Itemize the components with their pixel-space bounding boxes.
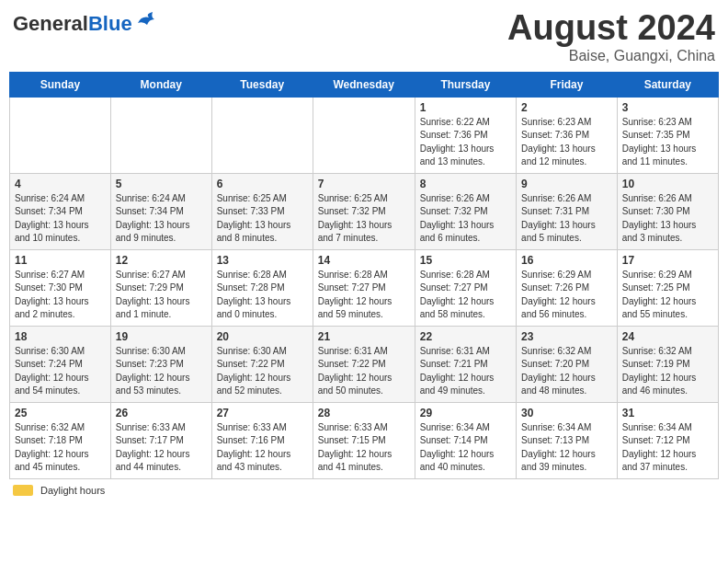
day-info: Sunrise: 6:25 AM Sunset: 7:32 PM Dayligh… <box>318 192 410 246</box>
calendar-cell: 22Sunrise: 6:31 AM Sunset: 7:21 PM Dayli… <box>415 326 516 402</box>
calendar-cell: 28Sunrise: 6:33 AM Sunset: 7:15 PM Dayli… <box>313 402 415 478</box>
day-info: Sunrise: 6:32 AM Sunset: 7:19 PM Dayligh… <box>622 345 713 398</box>
day-number: 11 <box>15 254 106 267</box>
day-info: Sunrise: 6:29 AM Sunset: 7:26 PM Dayligh… <box>521 269 612 322</box>
day-number: 3 <box>622 101 713 114</box>
day-number: 8 <box>420 178 511 190</box>
weekday-header-wednesday: Wednesday <box>313 72 415 97</box>
day-number: 4 <box>15 178 106 190</box>
day-number: 24 <box>622 330 713 343</box>
day-info: Sunrise: 6:26 AM Sunset: 7:30 PM Dayligh… <box>622 192 713 246</box>
day-info: Sunrise: 6:23 AM Sunset: 7:35 PM Dayligh… <box>622 116 713 169</box>
day-number: 28 <box>318 407 410 419</box>
day-number: 5 <box>116 178 207 190</box>
day-info: Sunrise: 6:23 AM Sunset: 7:36 PM Dayligh… <box>521 116 612 169</box>
day-number: 14 <box>318 254 410 267</box>
calendar-cell <box>211 97 313 173</box>
day-info: Sunrise: 6:26 AM Sunset: 7:32 PM Dayligh… <box>420 192 511 246</box>
day-info: Sunrise: 6:30 AM Sunset: 7:23 PM Dayligh… <box>116 345 207 398</box>
calendar-header: SundayMondayTuesdayWednesdayThursdayFrid… <box>10 72 719 97</box>
title-block: August 2024 Baise, Guangxi, China <box>507 9 715 64</box>
calendar-cell: 2Sunrise: 6:23 AM Sunset: 7:36 PM Daylig… <box>517 97 618 173</box>
calendar-cell: 16Sunrise: 6:29 AM Sunset: 7:26 PM Dayli… <box>517 249 618 326</box>
calendar-cell: 9Sunrise: 6:26 AM Sunset: 7:31 PM Daylig… <box>517 173 618 249</box>
day-info: Sunrise: 6:32 AM Sunset: 7:18 PM Dayligh… <box>15 421 106 475</box>
weekday-header-tuesday: Tuesday <box>211 72 313 97</box>
calendar-cell: 19Sunrise: 6:30 AM Sunset: 7:23 PM Dayli… <box>110 326 211 402</box>
bird-icon <box>136 12 156 29</box>
day-info: Sunrise: 6:28 AM Sunset: 7:28 PM Dayligh… <box>217 269 308 322</box>
calendar-cell: 12Sunrise: 6:27 AM Sunset: 7:29 PM Dayli… <box>110 249 211 326</box>
day-info: Sunrise: 6:34 AM Sunset: 7:14 PM Dayligh… <box>420 421 511 475</box>
calendar-cell: 26Sunrise: 6:33 AM Sunset: 7:17 PM Dayli… <box>110 402 211 478</box>
day-info: Sunrise: 6:31 AM Sunset: 7:21 PM Dayligh… <box>420 345 511 398</box>
calendar-cell: 31Sunrise: 6:34 AM Sunset: 7:12 PM Dayli… <box>617 402 718 478</box>
logo-general: General <box>13 12 88 35</box>
calendar-cell: 4Sunrise: 6:24 AM Sunset: 7:34 PM Daylig… <box>10 173 111 249</box>
weekday-header-row: SundayMondayTuesdayWednesdayThursdayFrid… <box>10 72 719 97</box>
calendar-table: SundayMondayTuesdayWednesdayThursdayFrid… <box>9 72 719 479</box>
day-number: 21 <box>318 330 410 343</box>
calendar-cell: 15Sunrise: 6:28 AM Sunset: 7:27 PM Dayli… <box>415 249 516 326</box>
calendar-cell: 14Sunrise: 6:28 AM Sunset: 7:27 PM Dayli… <box>313 249 415 326</box>
day-number: 22 <box>420 330 511 343</box>
day-info: Sunrise: 6:33 AM Sunset: 7:17 PM Dayligh… <box>116 421 207 475</box>
day-number: 26 <box>116 407 207 419</box>
day-info: Sunrise: 6:26 AM Sunset: 7:31 PM Dayligh… <box>521 192 612 246</box>
calendar-cell: 8Sunrise: 6:26 AM Sunset: 7:32 PM Daylig… <box>415 173 516 249</box>
calendar-cell <box>10 97 111 173</box>
day-number: 31 <box>622 407 713 419</box>
legend-area: Daylight hours <box>9 485 719 496</box>
weekday-header-thursday: Thursday <box>415 72 516 97</box>
day-number: 30 <box>521 407 612 419</box>
calendar-week-row: 1Sunrise: 6:22 AM Sunset: 7:36 PM Daylig… <box>10 97 719 173</box>
calendar-week-row: 18Sunrise: 6:30 AM Sunset: 7:24 PM Dayli… <box>10 326 719 402</box>
day-number: 25 <box>15 407 106 419</box>
day-number: 17 <box>622 254 713 267</box>
day-number: 15 <box>420 254 511 267</box>
calendar-cell: 13Sunrise: 6:28 AM Sunset: 7:28 PM Dayli… <box>211 249 313 326</box>
calendar-body: 1Sunrise: 6:22 AM Sunset: 7:36 PM Daylig… <box>10 97 719 478</box>
calendar-cell: 17Sunrise: 6:29 AM Sunset: 7:25 PM Dayli… <box>617 249 718 326</box>
day-number: 7 <box>318 178 410 190</box>
calendar-cell: 20Sunrise: 6:30 AM Sunset: 7:22 PM Dayli… <box>211 326 313 402</box>
day-number: 23 <box>521 330 612 343</box>
calendar-cell: 5Sunrise: 6:24 AM Sunset: 7:34 PM Daylig… <box>110 173 211 249</box>
legend-label: Daylight hours <box>40 485 105 496</box>
day-info: Sunrise: 6:30 AM Sunset: 7:22 PM Dayligh… <box>217 345 308 398</box>
calendar-cell: 18Sunrise: 6:30 AM Sunset: 7:24 PM Dayli… <box>10 326 111 402</box>
day-number: 18 <box>15 330 106 343</box>
day-info: Sunrise: 6:28 AM Sunset: 7:27 PM Dayligh… <box>318 269 410 322</box>
day-info: Sunrise: 6:25 AM Sunset: 7:33 PM Dayligh… <box>217 192 308 246</box>
calendar-cell <box>313 97 415 173</box>
day-number: 1 <box>420 101 511 114</box>
day-info: Sunrise: 6:32 AM Sunset: 7:20 PM Dayligh… <box>521 345 612 398</box>
calendar-cell <box>110 97 211 173</box>
day-info: Sunrise: 6:27 AM Sunset: 7:29 PM Dayligh… <box>116 269 207 322</box>
daylight-legend-icon <box>13 485 33 496</box>
weekday-header-sunday: Sunday <box>10 72 111 97</box>
day-info: Sunrise: 6:24 AM Sunset: 7:34 PM Dayligh… <box>116 192 207 246</box>
day-number: 2 <box>521 101 612 114</box>
day-info: Sunrise: 6:24 AM Sunset: 7:34 PM Dayligh… <box>15 192 106 246</box>
calendar-cell: 29Sunrise: 6:34 AM Sunset: 7:14 PM Dayli… <box>415 402 516 478</box>
weekday-header-saturday: Saturday <box>617 72 718 97</box>
calendar-cell: 6Sunrise: 6:25 AM Sunset: 7:33 PM Daylig… <box>211 173 313 249</box>
page-header: GeneralBlue August 2024 Baise, Guangxi, … <box>9 9 719 64</box>
day-info: Sunrise: 6:33 AM Sunset: 7:15 PM Dayligh… <box>318 421 410 475</box>
calendar-cell: 1Sunrise: 6:22 AM Sunset: 7:36 PM Daylig… <box>415 97 516 173</box>
calendar-cell: 3Sunrise: 6:23 AM Sunset: 7:35 PM Daylig… <box>617 97 718 173</box>
day-number: 19 <box>116 330 207 343</box>
calendar-cell: 11Sunrise: 6:27 AM Sunset: 7:30 PM Dayli… <box>10 249 111 326</box>
day-info: Sunrise: 6:27 AM Sunset: 7:30 PM Dayligh… <box>15 269 106 322</box>
calendar-cell: 30Sunrise: 6:34 AM Sunset: 7:13 PM Dayli… <box>517 402 618 478</box>
day-number: 20 <box>217 330 308 343</box>
month-year-title: August 2024 <box>507 9 715 48</box>
day-number: 9 <box>521 178 612 190</box>
day-number: 29 <box>420 407 511 419</box>
day-number: 6 <box>217 178 308 190</box>
calendar-week-row: 4Sunrise: 6:24 AM Sunset: 7:34 PM Daylig… <box>10 173 719 249</box>
day-info: Sunrise: 6:22 AM Sunset: 7:36 PM Dayligh… <box>420 116 511 169</box>
calendar-cell: 25Sunrise: 6:32 AM Sunset: 7:18 PM Dayli… <box>10 402 111 478</box>
day-info: Sunrise: 6:31 AM Sunset: 7:22 PM Dayligh… <box>318 345 410 398</box>
